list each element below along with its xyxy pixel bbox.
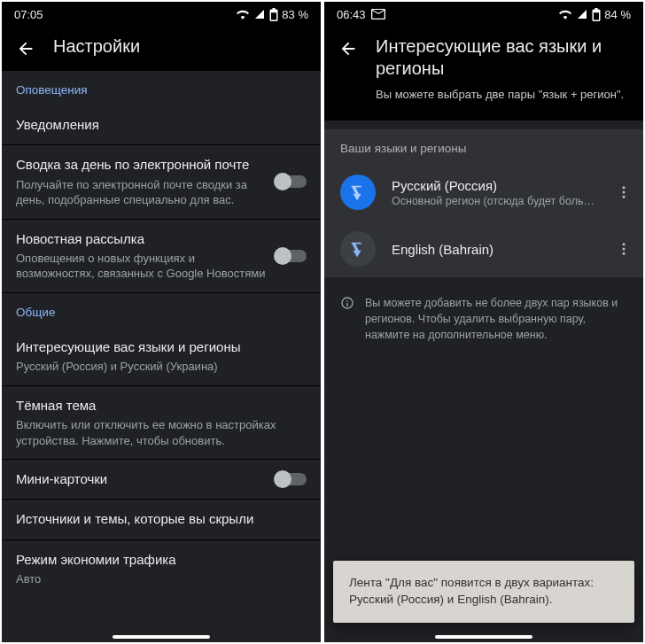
list-header: Ваши языки и регионы: [324, 135, 643, 164]
mail-icon: [371, 9, 385, 19]
page-subtitle: Вы можете выбрать две пары "язык + регио…: [376, 87, 629, 103]
language-title: Русский (Россия): [392, 178, 597, 193]
languages-card: Ваши языки и регионы Русский (Россия) Ос…: [324, 129, 643, 277]
toast: Лента "Для вас" появится в двух варианта…: [333, 561, 634, 623]
row-sub: Включить или отключить ее можно в настро…: [16, 417, 307, 448]
appbar: Настройки: [2, 27, 321, 71]
row-title: Режим экономии трафика: [16, 551, 307, 569]
page-title: Интересующие вас языки и регионы: [376, 35, 629, 80]
row-title: Источники и темы, которые вы скрыли: [16, 510, 307, 528]
row-newsletter[interactable]: Новостная рассылка Оповещения о новых фу…: [2, 220, 321, 293]
row-hidden-sources[interactable]: Источники и темы, которые вы скрыли: [2, 500, 321, 539]
svg-point-5: [623, 252, 626, 255]
row-dark-theme[interactable]: Тёмная тема Включить или отключить ее мо…: [2, 386, 321, 460]
status-battery: 84 %: [604, 8, 631, 21]
language-title: English (Bahrain): [392, 242, 597, 257]
row-title: Мини-карточки: [16, 470, 266, 488]
toast-text: Лента "Для вас" появится в двух варианта…: [349, 576, 594, 606]
svg-point-2: [623, 196, 626, 198]
toggle-daily-digest[interactable]: [276, 175, 307, 188]
wifi-icon: [558, 9, 572, 19]
phone-left-settings: 07:05 83 % Настройки Оповещения Уведомле…: [2, 2, 321, 642]
info-icon: [340, 296, 354, 310]
back-icon[interactable]: [16, 39, 35, 58]
section-general: Общие: [2, 293, 321, 328]
row-notifications[interactable]: Уведомления: [2, 105, 321, 145]
nav-handle[interactable]: [113, 635, 210, 639]
row-title: Новостная рассылка: [16, 230, 266, 248]
language-icon: [340, 231, 376, 267]
status-right: 83 %: [236, 8, 308, 21]
section-alerts: Оповещения: [2, 71, 321, 105]
row-sub: Авто: [16, 571, 307, 587]
battery-icon: [592, 8, 601, 21]
svg-point-3: [623, 243, 626, 245]
svg-point-4: [623, 248, 626, 251]
signal-icon: [253, 9, 266, 19]
toggle-mini-cards[interactable]: [276, 473, 307, 485]
status-bar: 07:05 83 %: [2, 2, 321, 27]
status-time: 06:43: [337, 8, 366, 21]
status-time: 07:05: [14, 8, 43, 21]
info-text: Вы можете добавить не более двух пар язы…: [365, 295, 627, 343]
row-title: Сводка за день по электронной почте: [16, 156, 266, 174]
page-title: Настройки: [53, 35, 307, 58]
row-languages[interactable]: Интересующие вас языки и регионы Русский…: [2, 328, 321, 386]
row-daily-digest[interactable]: Сводка за день по электронной почте Полу…: [2, 145, 321, 219]
svg-point-0: [623, 186, 626, 189]
language-row-secondary[interactable]: English (Bahrain): [324, 221, 643, 277]
wifi-icon: [236, 9, 250, 19]
more-icon[interactable]: [613, 238, 634, 260]
svg-point-1: [623, 191, 626, 194]
appbar: Интересующие вас языки и регионы Вы може…: [324, 27, 643, 120]
back-icon[interactable]: [338, 39, 358, 58]
settings-list: Оповещения Уведомления Сводка за день по…: [2, 71, 321, 642]
nav-handle[interactable]: [435, 635, 532, 639]
battery-icon: [269, 8, 278, 21]
signal-icon: [576, 9, 588, 19]
row-sub: Получайте по электронной почте сводки за…: [16, 177, 266, 208]
language-icon: [340, 175, 376, 210]
status-bar: 06:43 84 %: [324, 2, 643, 27]
info-block: Вы можете добавить не более двух пар язы…: [324, 279, 643, 343]
row-mini-cards[interactable]: Мини-карточки: [2, 460, 321, 500]
row-title: Уведомления: [16, 116, 307, 134]
status-right: 84 %: [558, 8, 631, 21]
row-data-saver[interactable]: Режим экономии трафика Авто: [2, 540, 321, 598]
row-sub: Оповещения о новых функциях и возможност…: [16, 251, 266, 282]
row-title: Тёмная тема: [16, 397, 307, 415]
language-row-primary[interactable]: Русский (Россия) Основной регион (отсюда…: [324, 164, 643, 221]
row-title: Интересующие вас языки и регионы: [16, 338, 307, 356]
more-icon[interactable]: [613, 182, 634, 203]
language-sub: Основной регион (отсюда будет больше …: [392, 195, 597, 207]
status-battery: 83 %: [282, 8, 308, 21]
phone-right-languages: 06:43 84 % Интересующие вас языки и реги…: [324, 2, 643, 642]
row-sub: Русский (Россия) и Русский (Украина): [16, 359, 307, 375]
toggle-newsletter[interactable]: [276, 250, 307, 262]
